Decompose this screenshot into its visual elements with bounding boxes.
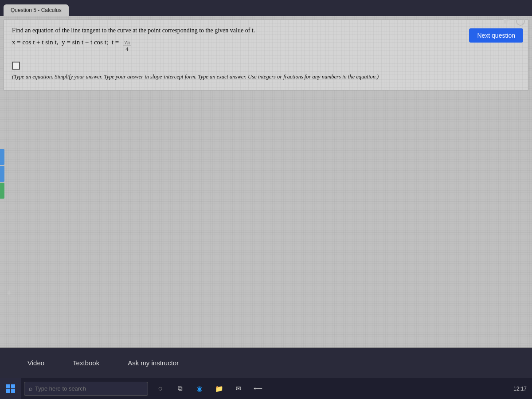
sidebar-indicator-3[interactable]: [0, 183, 4, 199]
plus-button[interactable]: +: [6, 287, 12, 299]
file-explorer-icon: 📁: [215, 385, 223, 393]
answer-input-row: [12, 62, 520, 70]
system-tray: 12:17: [513, 386, 532, 392]
cortana-button[interactable]: ○: [153, 381, 168, 397]
system-tray-time: 12:17: [513, 386, 527, 392]
equation-display: x = cos t + t sin t, y = sin t − t cos t…: [12, 39, 520, 53]
edge-icon: ◉: [196, 384, 203, 393]
taskbar: ⌕ ○ ⧉ ◉ 📁 ✉ ⟵ 12:17: [0, 378, 532, 399]
ask-instructor-button[interactable]: Ask my instructor: [127, 356, 180, 369]
textbook-button[interactable]: Textbook: [72, 356, 100, 369]
start-button[interactable]: [0, 378, 21, 399]
settings-icon: ⟵: [254, 385, 262, 392]
active-tab[interactable]: Question 5 - Calculus: [4, 4, 69, 16]
resource-buttons-bar: Video Textbook Ask my instructor: [0, 348, 532, 378]
taskbar-icons-group: ○ ⧉ ◉ 📁 ✉ ⟵: [153, 381, 266, 397]
task-view-icon: ⧉: [178, 385, 183, 392]
equation-y: y = sin t − t cos t;: [62, 39, 108, 46]
answer-checkbox[interactable]: [12, 62, 20, 70]
edge-browser-button[interactable]: ◉: [192, 381, 207, 397]
browser-tab-bar: Question 5 - Calculus: [0, 0, 532, 16]
taskbar-search-input[interactable]: [35, 385, 143, 392]
file-explorer-button[interactable]: 📁: [211, 381, 227, 397]
taskbar-search-icon: ⌕: [29, 385, 32, 392]
left-sidebar: [0, 149, 4, 199]
answer-instructions: (Type an equation. Simplify your answer.…: [12, 73, 520, 81]
windows-logo-icon: [6, 384, 15, 393]
taskbar-search-box[interactable]: ⌕: [24, 382, 148, 396]
question-content-area: Next question ··· Find an equation of th…: [0, 16, 532, 348]
sidebar-indicator-1[interactable]: [0, 149, 4, 165]
mail-button[interactable]: ✉: [231, 381, 246, 397]
circle-icon: [516, 17, 525, 26]
question-prompt: Find an equation of the line tangent to …: [12, 26, 520, 35]
fraction-numerator: 7π: [123, 39, 131, 46]
sidebar-indicator-2[interactable]: [0, 166, 4, 182]
fraction-display: 7π 4: [123, 39, 131, 53]
cursor-hand-icon: ☛: [503, 16, 511, 27]
t-label: t =: [112, 39, 119, 46]
question-box: Find an equation of the line tangent to …: [4, 20, 528, 90]
top-right-icons: ☛: [503, 16, 525, 27]
fraction-denominator: 4: [125, 46, 129, 52]
cortana-icon: ○: [158, 384, 163, 393]
task-view-button[interactable]: ⧉: [172, 381, 188, 397]
video-button[interactable]: Video: [27, 356, 45, 369]
mail-icon: ✉: [236, 385, 241, 392]
settings-button[interactable]: ⟵: [250, 381, 266, 397]
section-divider: [12, 57, 520, 57]
next-question-button[interactable]: Next question: [469, 28, 523, 43]
equation-x: x = cos t + t sin t,: [12, 39, 58, 46]
